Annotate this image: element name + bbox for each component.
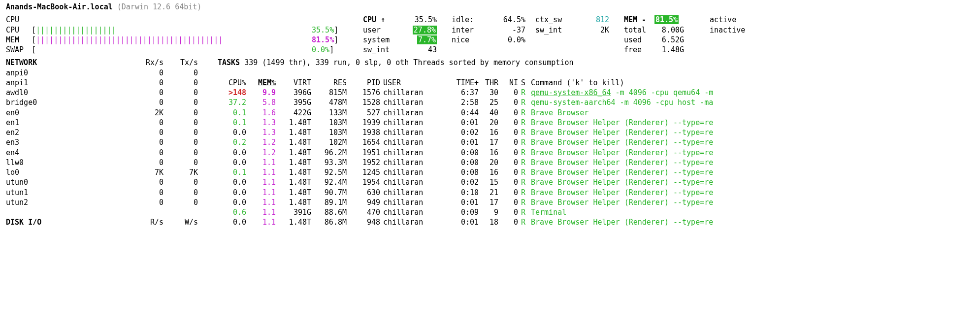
proc-user: chillaran (380, 88, 429, 98)
proc-res: 93.3M (311, 158, 347, 167)
proc-cmd[interactable]: Brave Browser Helper (Renderer) --type=r… (529, 198, 974, 207)
net-tx: 0 (163, 198, 198, 207)
cpu-label2: CPU (6, 25, 32, 35)
proc-cmd[interactable]: Brave Browser (529, 108, 974, 118)
proc-cmd[interactable]: Brave Browser Helper (Renderer) --type=r… (529, 158, 974, 167)
col-ni[interactable]: NI (498, 78, 518, 88)
system-val: 7.7% (417, 35, 437, 44)
proc-virt: 396G (276, 88, 311, 98)
net-rx: 0 (134, 177, 163, 187)
proc-pid: 527 (347, 108, 380, 118)
nice-label: nice (452, 35, 491, 45)
body-row: utun0000.01.11.48T92.4M1954chillaran0:02… (6, 177, 974, 187)
inactive-label: inactive (710, 26, 745, 34)
net-tasks-header: NETWORK Rx/s Tx/s TASKS 339 (1499 thr), … (6, 58, 974, 67)
cpu-title-val: 35.5% (402, 15, 437, 25)
proc-thr: 20 (479, 118, 498, 128)
net-tx: 0 (163, 177, 198, 187)
net-rx: 0 (134, 98, 163, 107)
proc-user: chillaran (380, 108, 429, 118)
body-row: DISK I/OR/sW/s0.01.11.48T86.8M948chillar… (6, 217, 974, 227)
col-cpu[interactable]: CPU% (218, 78, 246, 88)
proc-user: chillaran (380, 137, 429, 147)
body-row: 0.61.1391G88.6M470chillaran0:0990RTermin… (6, 207, 974, 217)
body-row: awdl000>1489.9396G815M1576chillaran6:373… (6, 88, 974, 98)
free-label: free (624, 45, 654, 55)
proc-cmd[interactable]: Brave Browser Helper (Renderer) --type=r… (529, 137, 974, 147)
col-virt[interactable]: VIRT (276, 78, 311, 88)
proc-mem: 1.3 (246, 118, 276, 128)
os-info: (Darwin 12.6 64bit) (117, 2, 202, 12)
proc-cmd[interactable]: Brave Browser Helper (Renderer) --type=r… (529, 148, 974, 158)
col-s[interactable]: S (518, 78, 529, 88)
body-row: lo07K7K0.11.11.48T92.5M1245chillaran0:08… (6, 167, 974, 177)
body-row: en3000.21.21.48T102M1654chillaran0:01170… (6, 137, 974, 147)
net-if: llw0 (6, 158, 134, 167)
proc-cmd[interactable]: Brave Browser Helper (Renderer) --type=r… (529, 118, 974, 128)
proc-cmd[interactable]: qemu-system-x86_64 -m 4096 -cpu qemu64 -… (529, 88, 974, 98)
col-cmd[interactable]: Command ('k' to kill) (529, 78, 974, 88)
proc-pid: 1951 (347, 148, 380, 158)
net-if: utun0 (6, 177, 134, 187)
proc-cmd[interactable]: Brave Browser Helper (Renderer) --type=r… (529, 128, 974, 137)
proc-thr: 30 (479, 88, 498, 98)
inter-label: inter (452, 25, 491, 35)
ctx-val: 812 (575, 15, 609, 25)
proc-res: 92.4M (311, 177, 347, 187)
proc-state: R (518, 177, 529, 187)
proc-pid: 948 (347, 217, 380, 227)
col-res[interactable]: RES (311, 78, 347, 88)
body-row: anpi000 (6, 68, 974, 78)
proc-thr: 18 (479, 217, 498, 227)
col-mem[interactable]: MEM% (246, 78, 276, 88)
user-val: 27.8% (413, 26, 437, 34)
proc-cmd[interactable]: Brave Browser Helper (Renderer) --type=r… (529, 167, 974, 177)
proc-thr: 20 (479, 158, 498, 167)
used-label: used (624, 35, 654, 45)
proc-state: R (518, 188, 529, 198)
proc-res: 133M (311, 108, 347, 118)
proc-pid: 1939 (347, 118, 380, 128)
proc-user: chillaran (380, 128, 429, 137)
proc-mem: 1.2 (246, 137, 276, 147)
proc-time: 0:02 (429, 128, 479, 137)
col-pid[interactable]: PID (347, 78, 380, 88)
net-if: utun2 (6, 198, 134, 207)
proc-state: R (518, 137, 529, 147)
proc-cmd[interactable]: Brave Browser Helper (Renderer) --type=r… (529, 217, 974, 227)
proc-cmd[interactable]: Terminal (529, 207, 974, 217)
proc-pid: 1528 (347, 98, 380, 107)
body-row: bridge00037.25.8395G478M1528chillaran2:5… (6, 98, 974, 107)
col-time[interactable]: TIME+ (429, 78, 479, 88)
proc-cmd[interactable]: Brave Browser Helper (Renderer) --type=r… (529, 188, 974, 198)
col-user[interactable]: USER (380, 78, 429, 88)
proc-virt: 422G (276, 108, 311, 118)
col-thr[interactable]: THR (479, 78, 498, 88)
proc-cmd[interactable]: Brave Browser Helper (Renderer) --type=r… (529, 177, 974, 187)
swap-label: SWAP (6, 45, 32, 55)
proc-user: chillaran (380, 148, 429, 158)
proc-mem: 1.1 (246, 158, 276, 167)
cpu-label: CPU (6, 15, 32, 25)
proc-res: 102M (311, 137, 347, 147)
mem-bar: ||||||||||||||||||||||||||||||||||||||||… (36, 35, 312, 45)
proc-virt: 1.48T (276, 148, 311, 158)
net-if: en3 (6, 137, 134, 147)
proc-cmd[interactable]: qemu-system-aarch64 -m 4096 -cpu host -m… (529, 98, 974, 107)
idle-val: 64.5% (491, 15, 525, 25)
net-if: anpi1 (6, 78, 134, 88)
net-tx: 0 (163, 188, 198, 198)
proc-res: 86.8M (311, 217, 347, 227)
body-row: utun2000.01.11.48T89.1M949chillaran0:011… (6, 198, 974, 207)
proc-cpu: 0.2 (218, 137, 246, 147)
net-tx: 0 (163, 108, 198, 118)
proc-virt: 1.48T (276, 118, 311, 128)
net-if: en0 (6, 108, 134, 118)
proc-virt: 1.48T (276, 188, 311, 198)
net-if: en4 (6, 148, 134, 158)
proc-time: 0:01 (429, 137, 479, 147)
net-if: en1 (6, 118, 134, 128)
body-row: en4000.01.21.48T96.2M1951chillaran0:0016… (6, 148, 974, 158)
proc-mem: 5.8 (246, 98, 276, 107)
meters-panel: CPU CPU [ |||||||||||||||||| 35.5% ] MEM… (6, 15, 363, 55)
